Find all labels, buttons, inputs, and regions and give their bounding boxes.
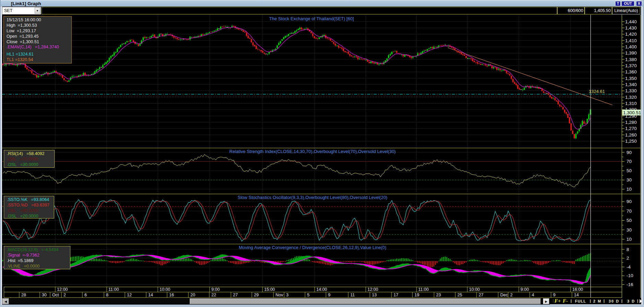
- svg-text:16: 16: [169, 293, 174, 297]
- svg-text:70: 70: [627, 159, 632, 164]
- svg-text:17: 17: [394, 293, 398, 297]
- svg-text:1324.61: 1324.61: [589, 89, 605, 94]
- svg-text:Slow Stochastics Oscillator(9,: Slow Stochastics Oscillator(9,3,3),Overb…: [238, 195, 387, 200]
- svg-text:8: 8: [627, 247, 629, 252]
- svg-text:Nov: Nov: [276, 293, 283, 297]
- svg-text:1,370: 1,370: [625, 63, 637, 68]
- svg-text:1,380: 1,380: [625, 57, 637, 62]
- svg-text:4: 4: [532, 293, 534, 297]
- svg-text:1,420: 1,420: [625, 32, 637, 37]
- svg-text:10: 10: [627, 187, 632, 192]
- svg-text:-16: -16: [627, 282, 633, 287]
- svg-text:16:00: 16:00: [572, 287, 583, 292]
- svg-text:1,430: 1,430: [625, 25, 637, 31]
- svg-text:9:00: 9:00: [520, 287, 529, 292]
- svg-text:1,300.51: 1,300.51: [623, 110, 641, 115]
- svg-text:2: 2: [627, 256, 629, 261]
- svg-text:6: 6: [84, 293, 87, 297]
- svg-text:30: 30: [627, 227, 632, 233]
- svg-text:1,360: 1,360: [625, 69, 637, 74]
- svg-text:30: 30: [627, 177, 632, 182]
- svg-text:50: 50: [627, 168, 632, 173]
- svg-text:29: 29: [254, 293, 259, 297]
- svg-text:Oct: Oct: [52, 293, 59, 297]
- svg-text:11:00: 11:00: [108, 287, 119, 292]
- svg-text:1,330: 1,330: [625, 88, 637, 93]
- svg-text:1,350: 1,350: [625, 76, 637, 81]
- svg-text:8: 8: [106, 293, 108, 297]
- svg-text:5: 5: [307, 293, 309, 297]
- svg-text:The Stock Exchange of Thailand: The Stock Exchange of Thailand(SET) [60]: [269, 16, 354, 21]
- svg-text:50: 50: [627, 218, 632, 223]
- svg-text:28: 28: [21, 293, 26, 297]
- svg-text:23: 23: [436, 293, 441, 297]
- svg-text:30: 30: [42, 293, 47, 297]
- svg-text:Moving Average Convergence / D: Moving Average Convergence / Divergence(…: [239, 245, 386, 250]
- svg-text:19: 19: [414, 293, 419, 297]
- svg-text:70: 70: [627, 209, 632, 214]
- svg-text:14: 14: [574, 293, 579, 297]
- svg-text:9: 9: [328, 293, 330, 297]
- svg-text:-10: -10: [627, 273, 633, 278]
- svg-text:13: 13: [372, 293, 377, 297]
- svg-text:11: 11: [350, 293, 355, 297]
- svg-text:1,400: 1,400: [625, 44, 637, 49]
- svg-text:14: 14: [148, 293, 153, 297]
- svg-text:Relative Strength Index(CLOSE,: Relative Strength Index(CLOSE,14,30,70),…: [230, 149, 396, 154]
- svg-text:1,340: 1,340: [625, 82, 637, 87]
- svg-text:14:00: 14:00: [316, 287, 327, 292]
- svg-text:1,390: 1,390: [625, 50, 637, 56]
- svg-text:1,260: 1,260: [625, 132, 637, 138]
- svg-text:10:00: 10:00: [160, 287, 170, 292]
- svg-text:12: 12: [127, 293, 132, 297]
- svg-text:12:00: 12:00: [57, 287, 68, 292]
- svg-text:1,440: 1,440: [625, 19, 637, 24]
- svg-text:1,320: 1,320: [625, 95, 637, 100]
- svg-text:22: 22: [211, 293, 216, 297]
- svg-text:9: 9: [553, 293, 555, 297]
- svg-text:1,410: 1,410: [625, 38, 637, 43]
- svg-text:1,280: 1,280: [625, 120, 637, 125]
- svg-text:10:00: 10:00: [469, 287, 480, 292]
- svg-text:1,310: 1,310: [625, 101, 637, 106]
- svg-text:1,270: 1,270: [625, 126, 637, 131]
- svg-text:25: 25: [457, 293, 462, 297]
- svg-text:27: 27: [479, 293, 483, 297]
- svg-text:11:00: 11:00: [418, 287, 429, 292]
- svg-text:90: 90: [627, 150, 632, 155]
- svg-text:Dec: Dec: [500, 293, 508, 297]
- svg-text:1,250: 1,250: [625, 139, 637, 144]
- svg-text:2: 2: [510, 293, 513, 297]
- svg-text:-4: -4: [627, 264, 631, 270]
- svg-text:2: 2: [63, 293, 66, 297]
- svg-text:3: 3: [286, 293, 289, 297]
- svg-text:27: 27: [233, 293, 238, 297]
- svg-text:20: 20: [190, 293, 195, 297]
- svg-text:15:00: 15:00: [264, 287, 275, 292]
- svg-text:12:00: 12:00: [367, 287, 378, 292]
- svg-text:90: 90: [627, 199, 632, 204]
- svg-text:9:00: 9:00: [211, 287, 220, 292]
- svg-text:10: 10: [627, 237, 632, 242]
